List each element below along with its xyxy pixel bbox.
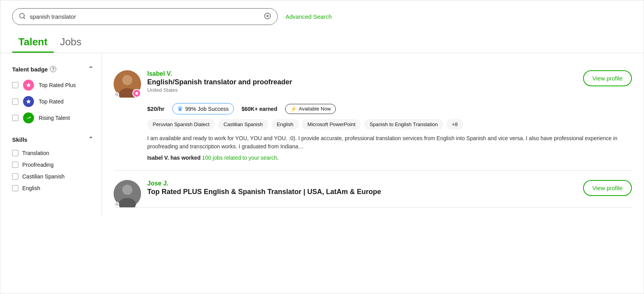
avatar-wrapper-isabel (114, 70, 141, 98)
talent-badge-title: Talent badge ? (12, 66, 56, 73)
tabs-area: Talent Jobs (0, 33, 644, 53)
stats-row-isabel: $20/hr ♛ 99% Job Success $60K+ earned ⚡ … (147, 103, 632, 114)
help-icon[interactable]: ? (50, 66, 56, 72)
top-rated-plus-badge-icon (23, 80, 34, 91)
jobs-count-isabel[interactable]: 100 jobs related to your search (202, 155, 277, 161)
filter-item-rising-talent[interactable]: Rising Talent (12, 112, 94, 123)
talent-badge-collapse-icon[interactable]: ⌃ (88, 65, 94, 73)
results-area: Isabel V. English/Spanish translator and… (102, 53, 644, 216)
card-info-jose: Jose J. Top Rated PLUS English & Spanish… (147, 180, 577, 197)
rising-talent-label: Rising Talent (39, 115, 70, 121)
checkbox-castilian-spanish[interactable] (12, 173, 18, 180)
checkbox-english[interactable] (12, 185, 18, 191)
search-box (12, 8, 278, 25)
talent-badge-header: Talent badge ? ⌃ (12, 65, 94, 73)
freelancer-card-isabel: Isabel V. English/Spanish translator and… (114, 61, 632, 171)
svg-marker-10 (135, 91, 139, 95)
freelancer-title-jose: Top Rated PLUS English & Spanish Transla… (147, 188, 577, 196)
skill-tag-0-isabel[interactable]: Peruvian Spanish Dialect (147, 119, 215, 130)
freelancer-title-isabel: English/Spanish translator and proofread… (147, 78, 577, 86)
svg-line-1 (23, 17, 25, 18)
search-input[interactable] (30, 13, 260, 20)
freelancer-name-isabel[interactable]: Isabel V. (147, 70, 577, 77)
job-success-isabel: ♛ 99% Job Success (172, 103, 234, 114)
skill-item-castilian-spanish[interactable]: Castilian Spanish (12, 173, 94, 180)
filter-item-top-rated[interactable]: Top Rated (12, 96, 94, 107)
advanced-search-link[interactable]: Advanced Search (285, 13, 332, 20)
skill-label-proofreading: Proofreading (22, 162, 54, 168)
crown-icon-isabel: ♛ (177, 105, 183, 112)
jobs-worked-label-isabel: Isabel V. has worked (147, 155, 200, 161)
view-profile-button-isabel[interactable]: View profile (583, 70, 632, 86)
page-wrapper: Advanced Search Talent Jobs Talent badge… (0, 0, 644, 294)
tab-jobs[interactable]: Jobs (54, 33, 88, 53)
skills-row-isabel: Peruvian Spanish Dialect Castilian Spani… (147, 119, 632, 130)
skill-label-translation: Translation (22, 150, 49, 156)
bolt-icon-isabel: ⚡ (290, 106, 297, 112)
skills-title: Skills (12, 136, 27, 143)
stat-rate-isabel: $20/hr (147, 105, 164, 112)
checkbox-top-rated[interactable] (12, 98, 18, 105)
skills-section: Skills ⌃ Translation Proofreading Castil… (12, 135, 94, 191)
skill-tag-more-isabel[interactable]: +8 (446, 119, 463, 130)
checkbox-top-rated-plus[interactable] (12, 82, 18, 88)
rising-talent-badge-icon (23, 112, 34, 123)
talent-badge-label: Talent badge (12, 66, 48, 73)
skill-item-english[interactable]: English (12, 185, 94, 191)
job-success-text-isabel: 99% Job Success (185, 106, 228, 112)
freelancer-name-jose[interactable]: Jose J. (147, 180, 577, 187)
search-icon (19, 12, 26, 21)
svg-marker-5 (26, 83, 31, 87)
tab-talent[interactable]: Talent (12, 33, 54, 53)
sidebar: Talent badge ? ⌃ Top Rated Plus (0, 53, 102, 216)
svg-marker-6 (26, 99, 31, 103)
skill-label-castilian-spanish: Castilian Spanish (22, 173, 64, 180)
jobs-worked-isabel: Isabel V. has worked 100 jobs related to… (147, 155, 632, 161)
skills-label: Skills (12, 136, 27, 143)
filter-item-top-rated-plus[interactable]: Top Rated Plus (12, 80, 94, 91)
svg-point-12 (122, 185, 132, 195)
card-info-isabel: Isabel V. English/Spanish translator and… (147, 70, 577, 93)
checkbox-rising-talent[interactable] (12, 115, 18, 121)
checkbox-proofreading[interactable] (12, 162, 18, 168)
freelancer-location-isabel: United States (147, 87, 577, 93)
earned-isabel: $60K+ earned (242, 106, 277, 112)
skill-tag-1-isabel[interactable]: Castilian Spanish (218, 119, 268, 130)
top-rated-label: Top Rated (39, 98, 64, 105)
skill-tag-3-isabel[interactable]: Microsoft PowerPoint (302, 119, 361, 130)
online-indicator-jose (114, 202, 119, 207)
available-text-isabel: Available Now (299, 106, 331, 112)
skill-item-translation[interactable]: Translation (12, 150, 94, 156)
available-badge-isabel: ⚡ Available Now (285, 104, 336, 114)
view-profile-button-jose[interactable]: View profile (583, 180, 632, 196)
skill-tag-2-isabel[interactable]: English (271, 119, 299, 130)
top-rated-plus-label: Top Rated Plus (39, 82, 76, 88)
online-indicator-isabel (114, 92, 119, 97)
checkbox-translation[interactable] (12, 150, 18, 156)
card-top-jose: Jose J. Top Rated PLUS English & Spanish… (114, 180, 632, 207)
skill-label-english: English (22, 185, 40, 191)
skills-collapse-icon[interactable]: ⌃ (88, 135, 94, 144)
svg-point-8 (122, 75, 132, 85)
jobs-end-isabel: . (277, 155, 279, 161)
description-isabel: I am available and ready to work for YOU… (147, 134, 632, 151)
skills-header: Skills ⌃ (12, 135, 94, 144)
avatar-wrapper-jose (114, 180, 141, 207)
freelancer-card-jose: Jose J. Top Rated PLUS English & Spanish… (114, 171, 632, 208)
skill-tag-4-isabel[interactable]: Spanish to English Translation (364, 119, 443, 130)
main-layout: Talent badge ? ⌃ Top Rated Plus (0, 53, 644, 216)
clear-icon[interactable] (264, 12, 271, 21)
talent-badge-section: Talent badge ? ⌃ Top Rated Plus (12, 65, 94, 123)
badge-overlay-isabel (132, 89, 141, 98)
search-bar-area: Advanced Search (0, 0, 644, 29)
card-top-isabel: Isabel V. English/Spanish translator and… (114, 70, 632, 98)
skill-item-proofreading[interactable]: Proofreading (12, 162, 94, 168)
top-rated-badge-icon (23, 96, 34, 107)
